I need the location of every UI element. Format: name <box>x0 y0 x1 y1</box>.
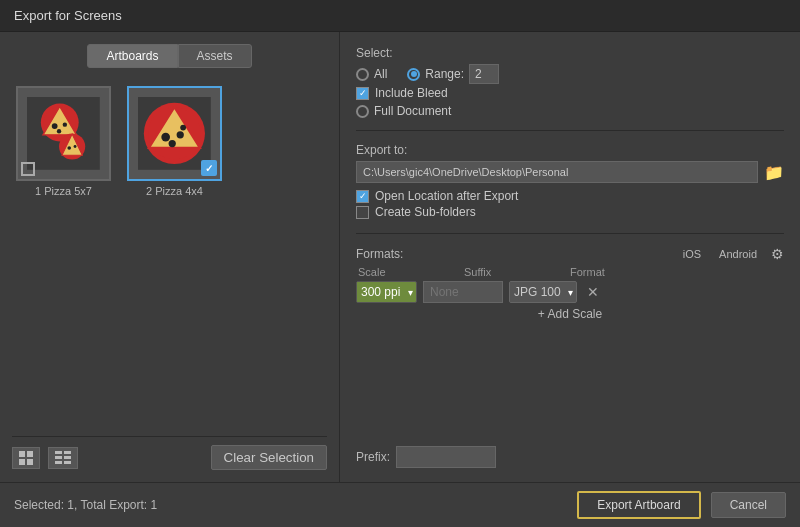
prefix-input[interactable] <box>396 446 496 468</box>
clear-selection-button[interactable]: Clear Selection <box>211 445 327 470</box>
svg-point-4 <box>63 123 67 127</box>
artboard-item-2[interactable]: ✓ 2 Pizza 4x4 <box>127 86 222 197</box>
svg-point-15 <box>180 125 186 131</box>
svg-point-5 <box>57 129 61 133</box>
list-view-button[interactable] <box>48 447 78 469</box>
radio-range[interactable]: Range: <box>407 64 499 84</box>
select-label: Select: <box>356 46 784 60</box>
svg-point-8 <box>74 145 77 148</box>
svg-rect-18 <box>19 459 25 465</box>
scale-select[interactable]: 300 ppi 72 ppi 1x 2x 3x <box>357 282 405 302</box>
title-bar: Export for Screens <box>0 0 800 32</box>
prefix-label: Prefix: <box>356 450 390 464</box>
browse-folder-button[interactable]: 📁 <box>764 163 784 182</box>
create-subfolders-row: Create Sub-folders <box>356 205 784 219</box>
create-subfolders-label: Create Sub-folders <box>375 205 476 219</box>
format-select-wrap: JPG 100 PNG SVG PDF ▾ <box>509 281 577 303</box>
export-to-section: Export to: 📁 Open Location after Export … <box>356 143 784 221</box>
full-document-label: Full Document <box>374 104 451 118</box>
select-section: Select: All Range: Include Bleed <box>356 46 784 118</box>
artboards-grid: 1 Pizza 5x7 <box>12 82 327 436</box>
cancel-button[interactable]: Cancel <box>711 492 786 518</box>
artboard-thumb-1 <box>16 86 111 181</box>
svg-rect-20 <box>55 451 62 454</box>
artboard-2-label: 2 Pizza 4x4 <box>146 185 203 197</box>
formats-header-row: Formats: iOS Android ⚙ <box>356 246 784 262</box>
grid-view-button[interactable] <box>12 447 40 469</box>
scale-arrow-icon: ▾ <box>405 287 416 298</box>
left-panel: Artboards Assets <box>0 32 340 482</box>
scale-row: 300 ppi 72 ppi 1x 2x 3x ▾ JPG 100 PNG <box>356 281 784 303</box>
include-bleed-label: Include Bleed <box>375 86 448 100</box>
artboard-2-check: ✓ <box>201 160 217 176</box>
range-value-input[interactable] <box>469 64 499 84</box>
svg-rect-16 <box>19 451 25 457</box>
format-select[interactable]: JPG 100 PNG SVG PDF <box>510 282 565 302</box>
dialog-title: Export for Screens <box>14 8 122 23</box>
export-to-label: Export to: <box>356 143 784 157</box>
open-location-row: Open Location after Export <box>356 189 784 203</box>
tab-artboards[interactable]: Artboards <box>87 44 177 68</box>
export-for-screens-dialog: Export for Screens Artboards Assets <box>0 0 800 527</box>
include-bleed-checkbox[interactable] <box>356 87 369 100</box>
suffix-input[interactable] <box>423 281 503 303</box>
tabs-row: Artboards Assets <box>12 44 327 68</box>
remove-scale-button[interactable]: ✕ <box>583 284 603 300</box>
open-location-checkbox[interactable] <box>356 190 369 203</box>
full-document-circle <box>356 105 369 118</box>
ios-button[interactable]: iOS <box>679 246 705 262</box>
svg-point-14 <box>169 140 176 147</box>
suffix-col-header: Suffix <box>464 266 564 278</box>
android-button[interactable]: Android <box>715 246 761 262</box>
svg-point-13 <box>177 131 184 138</box>
artboard-1-select-square <box>21 162 35 176</box>
format-arrow-icon: ▾ <box>565 287 576 298</box>
svg-rect-21 <box>64 451 71 454</box>
export-path-input[interactable] <box>356 161 758 183</box>
artboard-1-label: 1 Pizza 5x7 <box>35 185 92 197</box>
scale-select-wrap: 300 ppi 72 ppi 1x 2x 3x ▾ <box>356 281 417 303</box>
export-artboard-button[interactable]: Export Artboard <box>577 491 700 519</box>
svg-rect-19 <box>27 459 33 465</box>
dialog-body: Artboards Assets <box>0 32 800 482</box>
format-col-header: Format <box>570 266 758 278</box>
tab-assets[interactable]: Assets <box>178 44 252 68</box>
formats-settings-button[interactable]: ⚙ <box>771 246 784 262</box>
svg-rect-22 <box>55 456 62 459</box>
formats-label: Formats: <box>356 247 403 261</box>
include-bleed-row: Include Bleed <box>356 86 784 100</box>
svg-rect-24 <box>55 461 62 464</box>
bottom-left-bar: Clear Selection <box>12 436 327 470</box>
create-subfolders-checkbox[interactable] <box>356 206 369 219</box>
radio-range-label: Range: <box>425 67 464 81</box>
path-row: 📁 <box>356 161 784 183</box>
dialog-footer: Selected: 1, Total Export: 1 Export Artb… <box>0 482 800 527</box>
full-document-row[interactable]: Full Document <box>356 104 784 118</box>
open-location-label: Open Location after Export <box>375 189 518 203</box>
divider-2 <box>356 233 784 234</box>
footer-buttons: Export Artboard Cancel <box>577 491 786 519</box>
radio-row: All Range: <box>356 64 784 84</box>
svg-rect-17 <box>27 451 33 457</box>
radio-range-circle <box>407 68 420 81</box>
selected-info: Selected: 1, Total Export: 1 <box>14 498 157 512</box>
format-col-headers: Scale Suffix Format <box>356 266 784 278</box>
ios-android-row: iOS Android ⚙ <box>679 246 784 262</box>
add-scale-button[interactable]: + Add Scale <box>356 303 784 325</box>
prefix-row: Prefix: <box>356 446 496 468</box>
radio-all-label: All <box>374 67 387 81</box>
svg-rect-23 <box>64 456 71 459</box>
formats-section: Formats: iOS Android ⚙ Scale Suffix Form… <box>356 246 784 325</box>
radio-all[interactable]: All <box>356 67 387 81</box>
artboard-thumb-2: ✓ <box>127 86 222 181</box>
right-panel: Select: All Range: Include Bleed <box>340 32 800 482</box>
divider-1 <box>356 130 784 131</box>
artboard-item-1[interactable]: 1 Pizza 5x7 <box>16 86 111 197</box>
scale-col-header: Scale <box>358 266 458 278</box>
prefix-section: Prefix: <box>356 335 784 468</box>
svg-rect-25 <box>64 461 71 464</box>
svg-point-12 <box>161 133 170 142</box>
svg-point-7 <box>67 146 71 150</box>
svg-point-3 <box>52 123 58 129</box>
radio-all-circle <box>356 68 369 81</box>
